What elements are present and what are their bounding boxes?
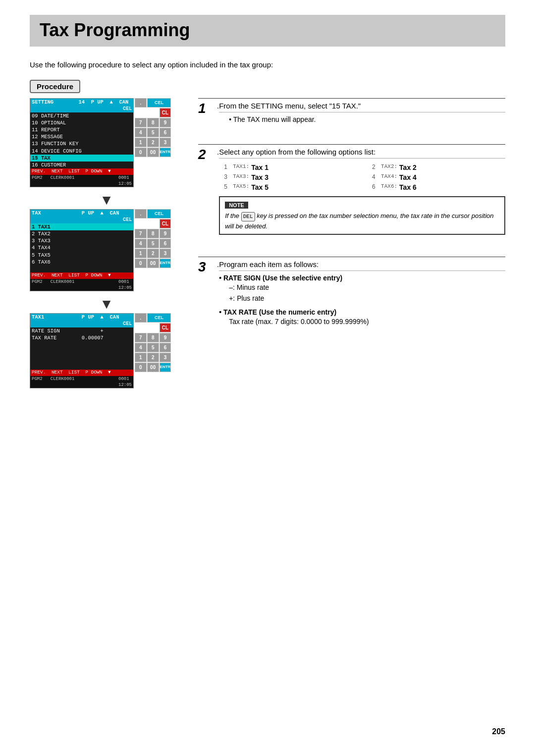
step3-section: 3 . Program each item as follows: • RATE…	[198, 257, 505, 334]
t2-row-4: 4 TAX4	[30, 244, 133, 251]
arrow-down-1: ▼	[100, 193, 113, 207]
key2-9: 9	[160, 229, 171, 238]
t3-header-cel: CEL	[30, 321, 133, 327]
key2-5: 5	[147, 239, 159, 248]
step3-title: Program each item as follows:	[219, 260, 505, 271]
t2-header: TAX P UP ▲ CAN	[30, 210, 133, 216]
kpad-row-0: 0 00 ENTR	[135, 148, 171, 157]
step1-title: From the SETTING menu, select "15 TAX."	[219, 102, 505, 112]
procedure-badge: Procedure	[30, 80, 80, 93]
key2-cl: CL	[160, 219, 171, 228]
option-4: 4 TAX4: Tax 4	[372, 173, 505, 181]
ratesign-label: • RATE SIGN (Use the selective entry)	[219, 274, 505, 282]
t1-footer: PREV. NEXT LIST P DOWN ▼	[30, 168, 133, 175]
taxrate-label: • TAX RATE (Use the numeric entry)	[219, 308, 505, 316]
option-1: 1 TAX1: Tax 1	[224, 163, 357, 171]
kpad2-rows-cl: CL	[135, 219, 171, 228]
key3-entr: ENTR	[160, 363, 171, 372]
key3-0: 0	[135, 363, 147, 372]
terminal-2-screen: TAX P UP ▲ CAN CEL 1 TAX1 2 TAX2 3 TAX3 …	[30, 209, 134, 291]
t2-row-1: 1 TAX1	[30, 223, 133, 230]
key2-2: 2	[147, 249, 159, 258]
step1-sub: • The TAX menu will appear.	[229, 115, 505, 123]
kpad2-top-row: . CEL	[135, 209, 171, 218]
t3-footer: PREV. NEXT LIST P DOWN ▼	[30, 370, 133, 376]
t1-row-1: 09 DATE/TIME	[30, 112, 133, 119]
t3-header: TAX1 P UP ▲ CAN	[30, 314, 133, 321]
key3-8: 8	[147, 333, 159, 342]
kpad2-row-789: 7 8 9	[135, 229, 171, 238]
t3-status: PGM2 CLERK0001 000112:05	[30, 376, 133, 388]
key-9: 9	[160, 118, 171, 127]
t3-empty2	[30, 348, 133, 355]
kpad-row-123: 1 2 3	[135, 138, 171, 147]
step1-number: 1	[198, 102, 214, 115]
t3-row-taxrate: TAX RATE 0.00007	[30, 334, 133, 341]
key3-3: 3	[160, 353, 171, 362]
t2-footer: PREV. NEXT LIST P DOWN ▼	[30, 272, 133, 279]
kpad-top-row: . CEL	[135, 98, 171, 108]
t1-status-right: 000112:05	[118, 175, 132, 187]
step2-content: Select any option from the following opt…	[219, 148, 505, 240]
key3-00: 00	[147, 363, 159, 372]
t1-selected: 15 TAX	[30, 155, 133, 162]
kpad2-row-123: 1 2 3	[135, 249, 171, 258]
t3-empty1	[30, 341, 133, 348]
t1-header: SETTING 14 P UP ▲ CAN	[30, 99, 133, 106]
key3-6: 6	[160, 343, 171, 352]
t1-status-left: PGM2 CLERK0001	[32, 175, 74, 187]
key2-00: 00	[147, 259, 159, 268]
main-layout: SETTING 14 P UP ▲ CAN CEL 09 DATE/TIME 1…	[30, 98, 505, 392]
note-text: If the DEL key is pressed on the tax num…	[225, 211, 499, 231]
t2-header-cel: CEL	[30, 216, 133, 223]
t3-empty3	[30, 355, 133, 362]
key2-7: 7	[135, 229, 147, 238]
step2-title: Select any option from the following opt…	[219, 148, 505, 159]
kpad3-row-0: 0 00 ENTR	[135, 363, 171, 372]
step2-head-row: 2 . Select any option from the following…	[198, 148, 505, 240]
key-dot: .	[135, 98, 147, 108]
t2-empty	[30, 266, 133, 272]
terminal-3: TAX1 P UP ▲ CAN CEL RATE SIGN + TAX RATE…	[30, 313, 183, 388]
kpad2-row-0: 0 00 ENTR	[135, 259, 171, 268]
step2-options-grid: 1 TAX1: Tax 1 2 TAX2: Tax 2 3	[224, 163, 505, 191]
key2-entr: ENTR	[160, 259, 171, 268]
t2-row-3: 3 TAX3	[30, 237, 133, 244]
t1-header-cel: CEL	[30, 106, 133, 112]
t3-empty4	[30, 363, 133, 370]
option-3: 3 TAX3: Tax 3	[224, 173, 357, 181]
key-entr: ENTR	[160, 148, 171, 157]
terminal-1: SETTING 14 P UP ▲ CAN CEL 09 DATE/TIME 1…	[30, 98, 183, 187]
kpad3-row-789: 7 8 9	[135, 333, 171, 342]
t3-row-ratesign: RATE SIGN +	[30, 327, 133, 334]
key2-6: 6	[160, 239, 171, 248]
step3-number: 3	[198, 260, 214, 274]
key3-5: 5	[147, 343, 159, 352]
t1-row-3: 11 REPORT	[30, 126, 133, 133]
step3-item-taxrate: • TAX RATE (Use the numeric entry) Tax r…	[219, 308, 505, 327]
step3-head-row: 3 . Program each item as follows: • RATE…	[198, 260, 505, 331]
key2-0: 0	[135, 259, 147, 268]
key2-cel: CEL	[147, 209, 171, 218]
key-2: 2	[147, 138, 159, 147]
ratesign-plus: +: Plus rate	[229, 293, 505, 304]
kpad-row-456: 4 5 6	[135, 128, 171, 137]
t1-row-4: 12 MESSAGE	[30, 133, 133, 140]
kpad-rows-1: CL	[135, 108, 171, 117]
key-3: 3	[160, 138, 171, 147]
key2-8: 8	[147, 229, 159, 238]
step2-section: 2 . Select any option from the following…	[198, 144, 505, 243]
key3-cel: CEL	[147, 313, 171, 323]
terminal-2: TAX P UP ▲ CAN CEL 1 TAX1 2 TAX2 3 TAX3 …	[30, 209, 183, 291]
t1-status: PGM2 CLERK0001 000112:05	[30, 175, 133, 187]
option-6: 6 TAX6: Tax 6	[372, 183, 505, 191]
step1-section: 1 . From the SETTING menu, select "15 TA…	[198, 98, 505, 130]
key-0: 0	[135, 148, 147, 157]
step3-content: Program each item as follows: • RATE SIG…	[219, 260, 505, 331]
keypad-2: . CEL CL 7 8 9 4 5 6 1 2	[135, 209, 171, 291]
t3-status-left: PGM2 CLERK0001	[32, 376, 74, 388]
option-2: 2 TAX2: Tax 2	[372, 163, 505, 171]
keypad-1: . CEL CL 7 8 9 4 5 6 1 2	[135, 98, 171, 187]
note-header: NOTE	[225, 202, 248, 209]
key-cel: CEL	[147, 98, 171, 108]
